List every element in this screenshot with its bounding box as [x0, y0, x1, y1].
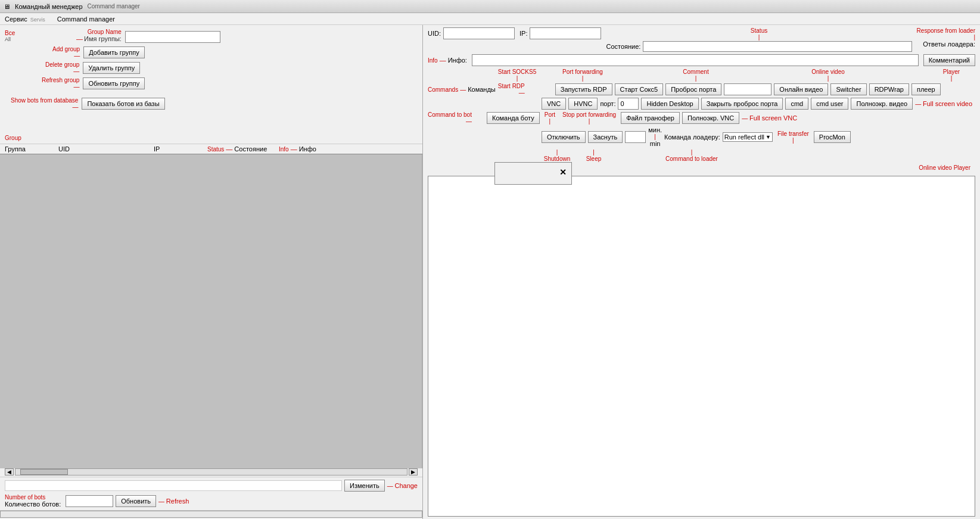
status-field	[5, 480, 342, 491]
comment-label-en: Comment	[683, 69, 708, 75]
commands-row3: Command to bot — Команда боту Port | Sto…	[428, 111, 975, 125]
col-ip: IP	[154, 145, 207, 153]
cmd-button[interactable]: cmd	[785, 98, 808, 110]
show-bots-label-en: Show bots from database	[11, 97, 78, 104]
all-section: Все All	[5, 30, 15, 42]
uid-section: UID:	[428, 27, 515, 39]
online-video-button[interactable]: Онлайн видео	[774, 83, 828, 95]
port-forward-button[interactable]: Проброс порта	[665, 83, 721, 95]
start-socks5-button[interactable]: Старт Сокс5	[615, 83, 664, 95]
refresh-group-label-en: Refresh group	[42, 77, 79, 83]
col-uid: UID	[58, 145, 154, 153]
add-group-button[interactable]: Добавить группу	[83, 46, 145, 58]
player-label-en: Player	[943, 69, 960, 75]
bots-count-label-ru: Количество ботов:	[5, 501, 61, 508]
vnc-button[interactable]: VNC	[542, 98, 566, 110]
command-to-bot-button[interactable]: Команда боту	[487, 112, 540, 124]
dropdown-arrow: ▼	[766, 134, 771, 140]
uid-input[interactable]	[443, 27, 515, 39]
state-label-ru: Состояние:	[606, 43, 640, 50]
refresh-label-en: — Refresh	[158, 498, 189, 505]
shutdown-button[interactable]: Отключить	[542, 131, 586, 143]
group-name-input[interactable]	[125, 31, 220, 43]
scroll-left-btn[interactable]: ◀	[5, 468, 14, 476]
port-label: порт:	[600, 100, 615, 107]
h-scrollbar[interactable]	[15, 468, 407, 476]
bots-count-input[interactable]	[66, 495, 113, 507]
menu-bar: Сервис Servis Command manager	[0, 13, 980, 25]
info-input[interactable]	[472, 54, 919, 66]
sleep-duration-input[interactable]	[625, 131, 646, 143]
change-button[interactable]: Изменить	[344, 480, 385, 492]
file-transfer-button[interactable]: Файл транофер	[621, 112, 680, 124]
comment-button[interactable]: Комментарий	[923, 54, 975, 66]
online-video-player-label: Online video Player	[919, 164, 970, 171]
h-scrollbar-container: ◀ ▶	[0, 468, 422, 477]
delete-group-label-en: Delete group	[45, 61, 79, 68]
start-rdp-button[interactable]: Запустить RDP	[555, 83, 612, 95]
close-button[interactable]: ✕	[559, 167, 567, 177]
col-status: Status — Состояние	[207, 145, 279, 153]
commands-row4: Отключить Заснуть мин. | min Команда лоа…	[428, 126, 975, 147]
scroll-right-btn[interactable]: ▶	[409, 468, 418, 476]
col-info: Info — Инфо	[279, 145, 316, 153]
start-socks5-label-en: Start SOCKS5	[498, 69, 536, 75]
player-button[interactable]: плеер	[911, 83, 941, 95]
all-label-en: All	[5, 36, 15, 42]
procmon-button[interactable]: ProcMon	[814, 131, 851, 143]
comment-input[interactable]	[724, 83, 771, 95]
response-content	[428, 176, 975, 517]
show-bots-button[interactable]: Показать ботов из базы	[82, 98, 164, 110]
title-bar: 🖥 Командный менеджер Command manager	[0, 0, 980, 13]
title-bar-text: Командный менеджер	[15, 3, 83, 10]
refresh-button[interactable]: Обновить	[116, 495, 156, 507]
fullscreen-vnc-label-en: — Full screen VNC	[742, 114, 797, 122]
ip-section: IP:	[519, 27, 601, 39]
delete-group-button[interactable]: Удалить группу	[83, 62, 140, 74]
fullscreen-video-label-en: — Full screen video	[915, 100, 972, 107]
table-body[interactable]	[0, 154, 422, 468]
response-section: Response from loader | Ответы лоадера:	[917, 27, 975, 48]
uid-label: UID:	[428, 30, 441, 37]
close-port-button[interactable]: Закрыть проброс порта	[701, 98, 783, 110]
fullscreen-vnc-button[interactable]: Полноэкр. VNC	[682, 112, 739, 124]
table-header: Группа UID IP Status — Состояние Info — …	[0, 144, 422, 154]
port-input[interactable]	[618, 98, 639, 110]
group-name-label-en: Group Name	[88, 29, 122, 35]
response-label-ru: Ответы лоадера:	[923, 41, 975, 48]
add-group-label-en: Add group	[52, 46, 80, 52]
hidden-desktop-button[interactable]: Hidden Desktop	[641, 98, 698, 110]
title-en: Command manager	[88, 3, 140, 10]
scroll-thumb	[20, 469, 68, 475]
refresh-group-button[interactable]: Обновить группу	[83, 77, 145, 89]
status-section: Status | Состояние:	[606, 27, 911, 52]
cmd-user-button[interactable]: cmd user	[811, 98, 848, 110]
app-icon: 🖥	[4, 3, 10, 10]
status-label-en: Status	[751, 27, 767, 34]
ip-label: IP:	[519, 30, 527, 37]
menu-command-manager[interactable]: Command manager	[55, 15, 117, 23]
col-group: Группа	[5, 145, 58, 153]
group-label: Group	[5, 134, 21, 141]
menu-service[interactable]: Сервис Servis	[2, 15, 48, 23]
command-to-loader-label: Команда лоадеру:	[664, 133, 720, 141]
response-label-en: Response from loader	[917, 27, 975, 34]
rdpwrap-button[interactable]: RDPWrap	[869, 83, 909, 95]
online-video-label-en: Online video	[811, 69, 845, 75]
run-reflect-container[interactable]: Run reflect dll ▼	[723, 132, 773, 142]
fullscreen-video-button[interactable]: Полноэкр. видео	[851, 98, 913, 110]
bottom-bar: Изменить — Change Number of bots Количес…	[0, 477, 422, 510]
bottom-scrollbar[interactable]	[0, 511, 422, 518]
response-area	[428, 176, 975, 517]
commands-row1: Commands — Команды Start RDP — Запустить…	[428, 83, 975, 96]
hvnc-button[interactable]: HVNC	[568, 98, 598, 110]
state-field	[643, 41, 911, 52]
switcher-button[interactable]: Switcher	[830, 83, 866, 95]
all-label-ru: Все	[5, 30, 15, 36]
ip-input[interactable]	[530, 27, 601, 39]
info-row: Info — Инфо:	[428, 57, 467, 64]
popup: ✕	[494, 162, 572, 185]
commands-row2: VNC HVNC порт: Hidden Desktop Закрыть пр…	[428, 98, 975, 110]
sleep-button[interactable]: Заснуть	[588, 131, 623, 143]
bottom-scrollbar-area	[0, 510, 422, 519]
